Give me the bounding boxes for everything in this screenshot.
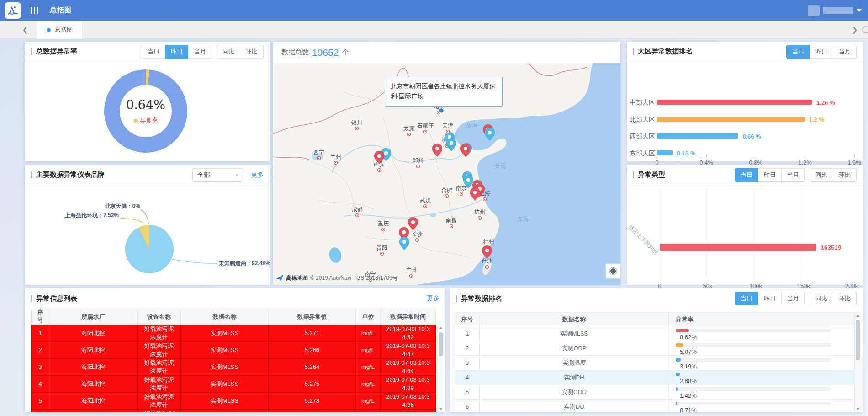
abnormal-row[interactable]: 4海阳北控好氧池污泥浓度计实测MLSS5.275mg/L2019-07-03 1… [32, 376, 436, 393]
period-button-当日[interactable]: 当日 [735, 168, 758, 182]
period-button-环比[interactable]: 环比 [833, 168, 857, 182]
scroll-up-icon[interactable] [855, 313, 861, 319]
period-button-昨日[interactable]: 昨日 [758, 292, 782, 305]
abnormal-type-value: 163519 [820, 244, 841, 251]
legend-dot-icon [134, 119, 138, 123]
region-label: 东部大区 [629, 149, 655, 158]
svg-text:武汉: 武汉 [420, 197, 431, 203]
rate-bar-track [676, 373, 831, 376]
panel-title: 大区异常数据排名 [633, 47, 693, 56]
panel-title: 异常数据排名 [456, 294, 502, 303]
period-buttons: 当日昨日当月同比环比 [735, 292, 857, 305]
svg-text:北京天健：0%: 北京天健：0% [105, 203, 141, 209]
svg-text:杭州: 杭州 [474, 209, 485, 215]
tabs-menu-icon[interactable] [862, 26, 868, 33]
vertical-scrollbar[interactable] [854, 312, 861, 412]
rate-bar-fill [676, 358, 681, 362]
rank-row[interactable]: 6实测DO0.71% [455, 400, 854, 412]
period-button-同比[interactable]: 同比 [217, 45, 240, 59]
period-button-昨日[interactable]: 昨日 [758, 168, 782, 182]
period-button-当月[interactable]: 当月 [188, 45, 212, 59]
region-bar-chart: 中部大区1.26 %北部大区1.2 %西部大区0.66 %东部大区0.13 %0… [627, 62, 863, 161]
column-header: 数据异常时间 [381, 309, 436, 325]
rank-row[interactable]: 4实测PH2.68% [455, 370, 854, 385]
data-rank-table: 序号数据名称异常率1实测MLSS8.62%2实测ORP5.07%3实测温度3.1… [455, 312, 854, 412]
scroll-down-icon[interactable] [438, 406, 444, 412]
column-header: 所属水厂 [49, 309, 138, 325]
locate-button[interactable] [605, 263, 620, 279]
abnormal-type-chart: 050k100k150k200k163519指定上下限判别 [627, 185, 863, 285]
scrollbar-thumb[interactable] [856, 320, 860, 360]
region-bar [657, 100, 812, 105]
sea-label: 黄海 [495, 163, 507, 169]
chevron-down-icon: ▾ [236, 172, 238, 177]
brand-filter-select[interactable]: 全部▾ [192, 168, 243, 182]
data-total-count: 19652 [312, 47, 339, 58]
map-header: 数据总数 19652 个 [273, 42, 620, 63]
period-button-当日[interactable]: 当日 [142, 45, 165, 59]
svg-text:福州: 福州 [483, 239, 494, 245]
rank-row[interactable]: 3实测温度3.19% [455, 356, 854, 370]
abnormal-rate-value: 0.64% [126, 98, 165, 112]
tabs-scroll-left-icon[interactable]: ❮ [18, 21, 32, 39]
more-link[interactable]: 更多 [427, 294, 439, 303]
app-logo[interactable] [5, 2, 21, 19]
selected-station-dot[interactable] [439, 108, 444, 113]
tabs-scroll-right-icon[interactable]: ❯ [848, 21, 862, 39]
panel-map: 数据总数 19652 个 [273, 42, 620, 285]
period-button-同比[interactable]: 同比 [810, 168, 833, 182]
period-button-环比[interactable]: 环比 [240, 45, 264, 59]
svg-text:银川: 银川 [351, 119, 362, 126]
region-bar [657, 150, 673, 155]
abnormal-row[interactable]: 1海阳北控好氧池污泥浓度计实测MLSS5.271mg/L2019-07-03 1… [32, 325, 436, 342]
column-header: 数据名称 [480, 313, 669, 326]
svg-text:广州: 广州 [406, 267, 417, 273]
scrollbar-thumb[interactable] [439, 332, 443, 356]
period-buttons: 当日昨日当月同比环比 [735, 168, 857, 182]
scroll-down-icon[interactable] [855, 406, 861, 412]
more-link[interactable]: 更多 [251, 171, 264, 179]
period-button-环比[interactable]: 环比 [833, 292, 857, 305]
abnormal-row[interactable]: 5海阳北控好氧池污泥浓度计实测MLSS5.278mg/L2019-07-03 1… [32, 393, 436, 410]
menu-toggle-icon[interactable] [31, 7, 38, 14]
donut-legend: 异常率 [134, 117, 158, 125]
abnormal-row[interactable]: 2海阳北控好氧池污泥浓度计实测MLSS5.266mg/L2019-07-03 1… [32, 342, 436, 359]
period-button-当月[interactable]: 当月 [781, 168, 805, 182]
period-button-当月[interactable]: 当月 [833, 45, 857, 59]
abnormal-row[interactable]: 6海阳北控好氧池污泥浓度计实测MLSSmg/L2019-07-03 10:3 [32, 410, 436, 413]
rate-value: 5.07% [680, 348, 697, 355]
rank-row[interactable]: 1实测MLSS8.62% [455, 326, 854, 341]
svg-text:成都: 成都 [352, 206, 363, 213]
period-button-当月[interactable]: 当月 [781, 292, 805, 305]
region-label: 北部大区 [629, 116, 655, 124]
column-header: 数据名称 [181, 309, 269, 325]
panel-region-rank: 大区异常数据排名 当日昨日当月 中部大区1.26 %北部大区1.2 %西部大区0… [627, 42, 863, 161]
period-button-昨日[interactable]: 昨日 [810, 45, 833, 59]
svg-text:石家庄: 石家庄 [417, 123, 434, 129]
china-map[interactable]: 渤海黄海东海 北京天津石家庄太原济南银川西宁兰州郑州西安合肥南京上海武汉杭州成都… [273, 63, 620, 285]
svg-text:天津: 天津 [442, 123, 453, 129]
region-label: 西部大区 [629, 133, 655, 141]
rank-row[interactable]: 5实测COD1.42% [455, 385, 854, 400]
period-button-当日[interactable]: 当日 [735, 292, 758, 305]
period-button-当日[interactable]: 当日 [786, 45, 810, 59]
abnormal-row[interactable]: 3海阳北控好氧池污泥浓度计实测MLSS5.264mg/L2019-07-03 1… [32, 359, 436, 376]
period-button-同比[interactable]: 同比 [810, 292, 833, 305]
rate-bar-track [676, 358, 831, 362]
brand-pie-chart: 北京天健：0%上海益伦环境：7.52%未知制造商：92.48% [25, 190, 270, 284]
svg-text:贵阳: 贵阳 [376, 245, 387, 251]
rate-bar-track [676, 402, 831, 405]
panel-total-abnormal-rate: 总数据异常率 当日昨日当月同比环比 0.64% 异常率 [25, 42, 270, 161]
sea-label: 渤海 [466, 122, 479, 128]
tab-overview[interactable]: 总括图 [37, 21, 82, 39]
scroll-up-icon[interactable] [438, 325, 444, 331]
amap-logo-icon [275, 275, 284, 282]
rate-value: 0.71% [680, 407, 697, 412]
rank-row[interactable]: 2实测ORP5.07% [455, 341, 854, 356]
user-zone[interactable] [808, 0, 862, 21]
region-label: 中部大区 [629, 99, 655, 107]
period-button-昨日[interactable]: 昨日 [165, 45, 189, 59]
chevron-down-icon[interactable] [857, 9, 862, 12]
svg-text:长沙: 长沙 [412, 231, 423, 237]
vertical-scrollbar[interactable] [437, 325, 444, 412]
